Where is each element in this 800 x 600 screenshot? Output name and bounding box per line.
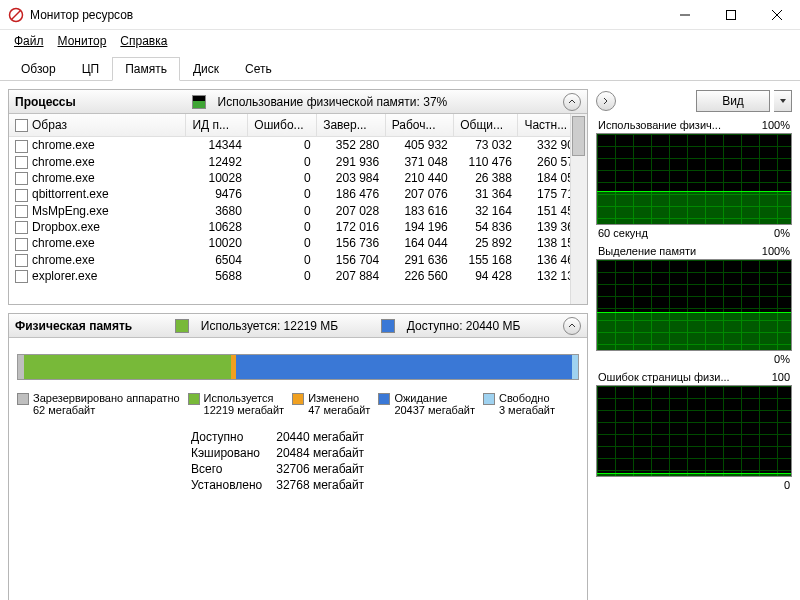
column-header[interactable]: ИД п...	[186, 114, 248, 137]
tab-Сеть[interactable]: Сеть	[232, 57, 285, 81]
memory-legend: Зарезервировано аппаратно62 мегабайтИспо…	[9, 388, 587, 420]
column-header[interactable]: Общи...	[454, 114, 518, 137]
row-checkbox[interactable]	[15, 238, 28, 251]
row-checkbox[interactable]	[15, 254, 28, 267]
svg-rect-3	[727, 10, 736, 19]
menu-file[interactable]: Файл	[8, 32, 50, 50]
collapse-processes-button[interactable]	[563, 93, 581, 111]
available-swatch-icon	[381, 319, 395, 333]
processes-panel: Процессы Использование физической памяти…	[8, 89, 588, 305]
table-row[interactable]: chrome.exe143440352 280405 93273 032332 …	[9, 137, 587, 154]
column-header[interactable]: Завер...	[317, 114, 386, 137]
row-checkbox[interactable]	[15, 221, 28, 234]
memory-usage-indicator	[192, 95, 206, 109]
table-row[interactable]: qbittorrent.exe94760186 476207 07631 364…	[9, 186, 587, 202]
available-label: Доступно: 20440 МБ	[407, 319, 521, 333]
physical-memory-title: Физическая память	[15, 319, 132, 333]
table-row[interactable]: Dropbox.exe106280172 016194 19654 836139…	[9, 219, 587, 235]
used-swatch-icon	[175, 319, 189, 333]
tab-Обзор[interactable]: Обзор	[8, 57, 69, 81]
legend-item: Изменено47 мегабайт	[292, 392, 370, 416]
column-header[interactable]: Рабоч...	[385, 114, 454, 137]
legend-swatch-icon	[483, 393, 495, 405]
view-dropdown-button[interactable]	[774, 90, 792, 112]
window-title: Монитор ресурсов	[30, 8, 662, 22]
legend-item: Используется12219 мегабайт	[188, 392, 285, 416]
processes-title: Процессы	[15, 95, 76, 109]
memory-segment	[572, 355, 578, 379]
maximize-button[interactable]	[708, 0, 754, 30]
titlebar: Монитор ресурсов	[0, 0, 800, 30]
tab-ЦП[interactable]: ЦП	[69, 57, 113, 81]
graph: Выделение памяти100%0%	[596, 245, 792, 365]
graph: Ошибок страницы физи...1000	[596, 371, 792, 491]
collapse-graphs-button[interactable]	[596, 91, 616, 111]
close-button[interactable]	[754, 0, 800, 30]
menu-help[interactable]: Справка	[114, 32, 173, 50]
memory-segment	[24, 355, 231, 379]
table-row[interactable]: chrome.exe100200156 736164 04425 892138 …	[9, 235, 587, 251]
legend-item: Зарезервировано аппаратно62 мегабайт	[17, 392, 180, 416]
svg-line-1	[12, 10, 21, 19]
row-checkbox[interactable]	[15, 270, 28, 283]
minimize-button[interactable]	[662, 0, 708, 30]
used-label: Используется: 12219 МБ	[201, 319, 338, 333]
physical-memory-panel: Физическая память Используется: 12219 МБ…	[8, 313, 588, 600]
collapse-memory-button[interactable]	[563, 317, 581, 335]
legend-item: Ожидание20437 мегабайт	[378, 392, 475, 416]
table-row[interactable]: explorer.exe56880207 884226 56094 428132…	[9, 268, 587, 284]
app-icon	[8, 7, 24, 23]
row-checkbox[interactable]	[15, 140, 28, 153]
svg-marker-6	[780, 99, 786, 103]
row-checkbox[interactable]	[15, 172, 28, 185]
tabs: ОбзорЦППамятьДискСеть	[0, 56, 800, 81]
column-header[interactable]: Ошибо...	[248, 114, 317, 137]
table-row[interactable]: MsMpEng.exe36800207 028183 61632 164151 …	[9, 203, 587, 219]
row-checkbox[interactable]	[15, 205, 28, 218]
legend-swatch-icon	[378, 393, 390, 405]
table-row[interactable]: chrome.exe100280203 984210 44026 388184 …	[9, 170, 587, 186]
row-checkbox[interactable]	[15, 156, 28, 169]
processes-table: ОбразИД п...Ошибо...Завер...Рабоч...Общи…	[9, 114, 587, 284]
legend-swatch-icon	[292, 393, 304, 405]
legend-item: Свободно3 мегабайт	[483, 392, 555, 416]
memory-bar	[17, 354, 579, 380]
tab-Диск[interactable]: Диск	[180, 57, 232, 81]
view-button[interactable]: Вид	[696, 90, 770, 112]
table-row[interactable]: chrome.exe124920291 936371 048110 476260…	[9, 154, 587, 170]
legend-swatch-icon	[188, 393, 200, 405]
tab-Память[interactable]: Память	[112, 57, 180, 81]
graph: Использование физич...100%60 секунд0%	[596, 119, 792, 239]
column-header[interactable]: Образ	[9, 114, 186, 137]
row-checkbox[interactable]	[15, 189, 28, 202]
select-all-checkbox[interactable]	[15, 119, 28, 132]
memory-usage-label: Использование физической памяти: 37%	[218, 95, 448, 109]
memory-segment	[236, 355, 572, 379]
legend-swatch-icon	[17, 393, 29, 405]
menu-monitor[interactable]: Монитор	[52, 32, 113, 50]
processes-scrollbar[interactable]	[570, 114, 587, 304]
memory-stats: Доступно20440 мегабайтКэшировано20484 ме…	[189, 428, 378, 494]
table-row[interactable]: chrome.exe65040156 704291 636155 168136 …	[9, 252, 587, 268]
menubar: Файл Монитор Справка	[0, 30, 800, 52]
